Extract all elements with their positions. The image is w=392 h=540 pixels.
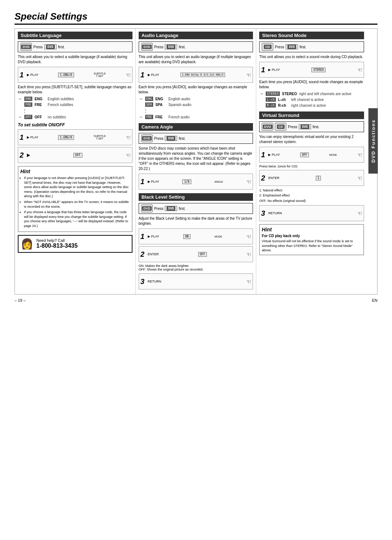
audio-press-bar: DVD Press DVD first. (139, 41, 253, 52)
virtual-surround-header: Virtual Surround (259, 111, 364, 119)
dvd-device-icon: DVD (20, 43, 32, 51)
page-en: EN (372, 298, 377, 303)
first-label5: first. (299, 45, 306, 49)
ellipsis-dots: ⋮ (22, 108, 132, 114)
virtual-description: You can enjoy stereophonic virtual world… (259, 134, 364, 145)
hand-icon-s: ☜ (357, 66, 362, 73)
black-step1: 1 ▶ PLAY ON MODE ☜ (139, 228, 253, 244)
hand-icon-v: ☜ (357, 151, 362, 158)
subtitle-language-header: Subtitle Language (18, 32, 132, 39)
camera-angle-header: Camera Angle (139, 123, 253, 131)
dvd-device-icon4: DVD (141, 204, 153, 212)
hand-icon-a: ☜ (246, 72, 251, 78)
first-label: first. (58, 45, 65, 49)
hand-icon: ☜ (126, 72, 131, 78)
first-label6: first. (313, 125, 319, 129)
cd-device-icon: CD (262, 43, 273, 51)
hand-icon-c: ☜ (246, 178, 251, 185)
hand-icon-b3: ☜ (246, 278, 251, 285)
hint-text: If your language is not shown after pres… (20, 176, 130, 228)
effect-2: 2: Emphasized effect (259, 193, 364, 198)
press-label6: Press (288, 125, 297, 129)
black-press-bar: DVD Press DVD first. (139, 203, 253, 214)
black-note-on: ON: Makes the dark areas brighter. (139, 264, 253, 268)
press-label2: Press (154, 45, 164, 49)
subtitle-onoff-header: To set subtitle ON/OFF (18, 122, 132, 127)
col-stereo-virtual: Stereo Sound Mode CD Press DVD first. Th… (256, 29, 377, 294)
virtual-step1-note: Press twice. (once for CD) (259, 165, 364, 168)
virtual-effects-list: 1: Natural effect 2: Emphasized effect O… (259, 188, 364, 203)
virtual-press-bar: DVD CD Press DVD first. (259, 121, 364, 132)
subtitle-button2: SUBTITLET-SET (94, 135, 106, 140)
black-step3: 3 RETURN ☜ (139, 273, 253, 289)
audio-instruction: Each time you press [AUDIO], audio langu… (139, 85, 253, 95)
hint-bullet-1: If your language is not shown after pres… (24, 176, 130, 199)
language-list: → ENG ENG English subtitles → FRE FRE Fr… (18, 96, 132, 119)
audio-lang-list: → ENG ENG English audio → SPA SPA Spanis… (139, 96, 253, 119)
angle-button: ANGLE (215, 180, 223, 183)
stereo-press-bar: CD Press DVD first. (259, 41, 364, 52)
first-label2: first. (179, 45, 185, 49)
mode-button-v: MODE (329, 154, 337, 156)
subtitle-onoff-step1: 1 ▶ PLAY 1.ENG/6 SUBTITLET-SET ☜ (18, 129, 132, 145)
hint-bullet-3: If you choose a language that has three-… (24, 210, 130, 228)
press-display3: DVD (165, 136, 177, 141)
press-display: DVD (44, 44, 57, 49)
subtitle-instruction: Each time you press [SUBTITLE/T-SET], su… (18, 85, 132, 95)
dvd-device-icon2: DVD (141, 43, 153, 51)
need-help-label: Need help? Call (36, 238, 78, 243)
lang-fre: → FRE FRE French subtitles (18, 102, 132, 107)
step1b-display: 1.ENG/6 (58, 135, 74, 140)
subtitle-step1: 1 ▶ PLAY 1.ENG/6 SUBTITLET-SET ☜ (18, 67, 132, 83)
camera-step1-display: 1/8 (182, 179, 191, 184)
black-note-off: OFF: Shows the original picture as recor… (139, 268, 253, 271)
black-step1-display: ON (183, 234, 191, 239)
first-label3: first. (179, 137, 185, 141)
col-subtitle-language: Subtitle Language DVD Press DVD first. T… (15, 29, 136, 294)
black-description: Adjust the Black Level Setting to make t… (139, 216, 253, 226)
dvd-functions-tab: DVD Functions (368, 108, 378, 174)
press-display5: DVD (286, 44, 298, 49)
audio-description: This unit allows you to select an audio … (139, 54, 253, 65)
screen-step1: 1.ENG/6 (58, 73, 74, 77)
play-icon: ▶ PLAY (27, 73, 38, 77)
step2-display: OFF (73, 153, 82, 158)
audio-step1-display: 1.ENG Dolby D 3/2.1ch 48k/3 (180, 73, 225, 77)
hand-icon-v2: ☜ (357, 175, 362, 182)
stereo-mode-rch: → R-ch R-ch right channel is active (259, 103, 364, 108)
press-display6: DVD (299, 124, 311, 129)
effect-3: OFF: No effects (original sound) (259, 198, 364, 203)
press-display4: DVD (165, 206, 177, 211)
subtitle-button: SUBTITLET-SET (94, 72, 106, 77)
hint-box: Hint If your language is not shown after… (18, 166, 132, 232)
audio-language-header: Audio Language (139, 32, 253, 39)
virtual-hint-subtitle: For CD play back only (262, 234, 362, 238)
subtitle-press-bar: DVD Press DVD first. (18, 41, 132, 52)
play-icon-b: ▶ PLAY (148, 235, 159, 238)
black-step2: 2 ENTER OFF ☜ (139, 246, 253, 262)
enter-icon-b: ENTER (148, 252, 159, 256)
effect-1: 1: Natural effect (259, 188, 364, 193)
play-icon-a: ▶ PLAY (148, 73, 159, 77)
first-label4: first. (179, 207, 185, 211)
help-number: 1-800-813-3435 (36, 243, 78, 249)
audio-eng: → ENG ENG English audio (139, 96, 253, 101)
virtual-hint-box: Hint For CD play back only Virtual Surro… (259, 224, 364, 255)
ellipsis-dots2: ⋮ (143, 108, 253, 114)
camera-press-bar: DVD Press DVD first. (139, 133, 253, 144)
stereo-instruction: Each time you press [AUDIO], sound mode … (259, 80, 364, 90)
virtual-hint-text: Virtual Surround will not be effective i… (262, 239, 362, 253)
stereo-step1: 1 ▶ PLAY STEREO ☜ (259, 62, 364, 78)
col-audio-camera-black: Audio Language DVD Press DVD first. This… (136, 29, 257, 294)
stereo-mode-lch: → L-ch L-ch left channel is active (259, 97, 364, 102)
play-icon2: ▶ PLAY (27, 135, 38, 139)
audio-step1: 1 ▶ PLAY 1.ENG Dolby D 3/2.1ch 48k/3 ☜ (139, 67, 253, 83)
hint-bullet-2: When "NOT AVAILABLE" appears on the TV s… (24, 200, 130, 209)
play-icon-c: ▶ PLAY (148, 180, 159, 183)
dvd-device-icon5: DVD (262, 123, 273, 131)
stereo-mode-stereo: → STEREO STEREO right and left channels … (259, 91, 364, 96)
hand-icon-v3: ☜ (357, 210, 362, 217)
stereo-description: This unit allows you to select a sound m… (259, 54, 364, 60)
play-icon-v: ▶ PLAY (268, 153, 280, 157)
virtual-step3: 3 RETURN ☜ (259, 205, 364, 221)
